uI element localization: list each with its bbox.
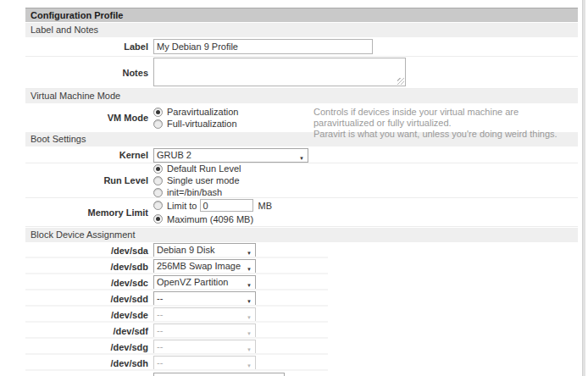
label-field-row: Label	[25, 37, 578, 57]
dropdown-arrow-icon: ▼	[247, 344, 252, 354]
full-virtualization-radio-label[interactable]: Full-virtualization	[167, 119, 237, 129]
device-sdd-select[interactable]: -- ▼	[153, 291, 256, 306]
device-sdf-select[interactable]: -- ▼	[153, 323, 256, 338]
section-block-device-assignment: Block Device Assignment	[25, 228, 578, 242]
configuration-profile-page: Configuration Profile Label and Notes La…	[0, 0, 588, 376]
device-label: /dev/sdb	[25, 262, 151, 272]
memory-limit-label: Memory Limit	[25, 207, 151, 218]
dropdown-arrow-icon: ▼	[247, 247, 252, 257]
default-run-level-radio-label[interactable]: Default Run Level	[167, 163, 241, 174]
limit-to-radio-label[interactable]: Limit to	[167, 201, 197, 211]
notes-field-row: Notes	[25, 57, 578, 89]
memory-limit-input[interactable]	[200, 199, 253, 212]
kernel-row: Kernel GRUB 2 ▼	[25, 147, 578, 163]
full-virtualization-radio[interactable]	[153, 119, 163, 129]
scrollbar[interactable]	[582, 0, 585, 376]
device-sde-select[interactable]: -- ▼	[153, 307, 256, 322]
device-sde-select-value: --	[157, 309, 163, 319]
device-row-sda: /dev/sda Debian 9 Disk ▼	[25, 242, 578, 258]
device-sdb-select[interactable]: 256MB Swap Image ▼	[153, 259, 256, 274]
page-title: Configuration Profile	[25, 8, 578, 22]
dropdown-arrow-icon: ▼	[299, 152, 304, 163]
vm-mode-help-line: Controls if devices inside your virtual …	[313, 107, 580, 129]
label-field-label: Label	[25, 41, 151, 52]
dropdown-arrow-icon: ▼	[247, 279, 252, 290]
initrd-select[interactable]: -- No initrd -- ▼	[153, 373, 285, 376]
device-label: /dev/sda	[25, 246, 151, 256]
single-user-mode-radio[interactable]	[153, 176, 163, 185]
notes-textarea[interactable]	[153, 58, 406, 86]
kernel-select[interactable]: GRUB 2 ▼	[153, 148, 308, 163]
device-label: /dev/sdd	[25, 294, 151, 304]
device-row-sdc: /dev/sdc OpenVZ Partition ▼	[25, 274, 578, 290]
device-label: /dev/sdg	[25, 342, 151, 352]
device-row-sdg: /dev/sdg -- ▼	[25, 339, 578, 355]
device-row-sdf: /dev/sdf -- ▼	[25, 323, 578, 339]
device-label: /dev/sdf	[25, 326, 151, 336]
paravirtualization-radio-label[interactable]: Paravirtualization	[167, 107, 238, 117]
device-row-sdh: /dev/sdh -- ▼	[25, 355, 578, 371]
vm-mode-label: VM Mode	[25, 113, 151, 123]
notes-field-label: Notes	[25, 68, 151, 78]
vm-mode-help-line: Paravirt is what you want, unless you're…	[313, 129, 580, 140]
single-user-mode-radio-label[interactable]: Single user mode	[167, 175, 240, 185]
device-sdh-select-value: --	[157, 357, 163, 368]
kernel-select-value: GRUB 2	[157, 150, 191, 160]
device-sda-select[interactable]: Debian 9 Disk ▼	[153, 243, 256, 257]
label-input[interactable]	[153, 39, 373, 54]
vm-mode-help-text: Controls if devices inside your virtual …	[313, 107, 580, 140]
device-sdb-select-value: 256MB Swap Image	[157, 261, 241, 271]
device-sdg-select[interactable]: -- ▼	[153, 340, 256, 354]
configuration-profile-form: Configuration Profile Label and Notes La…	[25, 8, 578, 376]
kernel-label: Kernel	[25, 150, 151, 160]
maximum-memory-radio[interactable]	[153, 214, 163, 224]
run-level-row: Run Level Default Run Level Single user …	[25, 163, 578, 198]
maximum-memory-radio-label[interactable]: Maximum (4096 MB)	[167, 214, 253, 224]
section-label-and-notes: Label and Notes	[25, 23, 578, 37]
device-sdg-select-value: --	[157, 341, 163, 351]
default-run-level-radio[interactable]	[153, 164, 163, 174]
device-label: /dev/sde	[25, 310, 151, 320]
device-sdd-select-value: --	[157, 293, 163, 303]
device-sdf-select-value: --	[157, 325, 163, 335]
dropdown-arrow-icon: ▼	[247, 296, 252, 306]
dropdown-arrow-icon: ▼	[247, 360, 252, 370]
vm-mode-row: VM Mode Paravirtualization Full-virtuali…	[25, 103, 578, 132]
section-virtual-machine-mode: Virtual Machine Mode	[25, 89, 578, 103]
dropdown-arrow-icon: ▼	[247, 263, 252, 274]
device-label: /dev/sdh	[25, 358, 151, 368]
dropdown-arrow-icon: ▼	[247, 328, 252, 338]
device-sdc-select-value: OpenVZ Partition	[157, 277, 228, 287]
memory-limit-unit: MB	[258, 201, 272, 211]
resize-grip-icon[interactable]	[397, 78, 404, 85]
run-level-label: Run Level	[25, 175, 151, 185]
limit-to-radio[interactable]	[153, 201, 163, 210]
init-bin-bash-radio[interactable]	[153, 188, 163, 197]
device-sda-select-value: Debian 9 Disk	[157, 245, 214, 255]
device-row-sdb: /dev/sdb 256MB Swap Image ▼	[25, 258, 578, 274]
device-row-sdd: /dev/sdd -- ▼	[25, 290, 578, 307]
device-sdh-select[interactable]: -- ▼	[153, 356, 256, 370]
dropdown-arrow-icon: ▼	[247, 312, 252, 322]
paravirtualization-radio[interactable]	[153, 108, 163, 117]
device-label: /dev/sdc	[25, 278, 151, 288]
init-bin-bash-radio-label[interactable]: init=/bin/bash	[167, 187, 222, 197]
initrd-row: initrd -- No initrd -- ▼	[25, 372, 578, 376]
memory-limit-row: Memory Limit Limit to MB Maximum (4096 M…	[25, 198, 578, 227]
device-row-sde: /dev/sde -- ▼	[25, 307, 578, 323]
device-sdc-select[interactable]: OpenVZ Partition ▼	[153, 275, 256, 290]
